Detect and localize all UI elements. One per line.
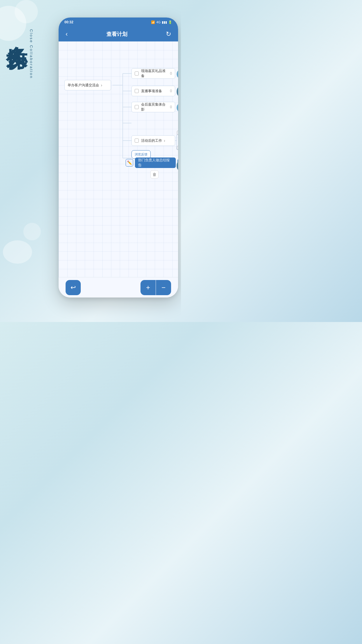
- remove-node-button[interactable]: −: [156, 280, 171, 295]
- task3-label: 会后嘉宾集体合影: [141, 102, 168, 112]
- task2-checkbox[interactable]: [135, 89, 139, 93]
- task2-count: 0: [168, 89, 172, 93]
- undo-button[interactable]: ↩: [66, 280, 81, 295]
- cycle2-check[interactable]: [177, 146, 178, 150]
- task5-actions: ✏️ 部门负责人做总结报告 +: [126, 158, 178, 168]
- edit-icon: ✏️: [127, 160, 132, 165]
- app-header: ‹ 查看计划 ↻: [59, 27, 178, 41]
- task3-checkbox[interactable]: [135, 105, 139, 109]
- trash-icon: 🗑: [152, 172, 157, 177]
- cycle1-check[interactable]: [177, 131, 178, 135]
- refresh-button[interactable]: ↻: [164, 29, 173, 39]
- wifi-icon: 📶: [151, 20, 155, 24]
- bottom-toolbar: ↩ + −: [59, 277, 178, 298]
- task5-edit-btn[interactable]: ✏️: [126, 159, 133, 167]
- chinese-title: 多人协作: [5, 29, 28, 34]
- parent-node-arrow: ›: [101, 83, 102, 88]
- task5-avatar: 成 成哥 状态：已生: [177, 159, 178, 172]
- task3-node[interactable]: 会后嘉宾集体合影 0: [131, 102, 175, 112]
- parent-node[interactable]: 举办客户沟通交流会 ›: [64, 80, 111, 90]
- task4-label: 活动后的工作: [141, 138, 162, 143]
- status-bar: 00:32 📶 4G ▮▮▮ 🔋: [59, 18, 178, 27]
- minus-icon: −: [161, 284, 166, 292]
- task4-checkbox[interactable]: [135, 139, 139, 143]
- task4-arrow: ›: [164, 138, 165, 143]
- left-panel: 多人协作 Close Collaboration: [5, 29, 28, 34]
- signal-bars: ▮▮▮: [162, 20, 167, 24]
- task2-avatar-img: 成: [177, 87, 178, 96]
- phone-frame: 00:32 📶 4G ▮▮▮ 🔋 ‹ 查看计划 ↻: [59, 18, 178, 298]
- task1-count: 0: [168, 71, 172, 76]
- task5-tooltip-text: 浏览反馈: [135, 153, 147, 156]
- task2-avatar: 成 成哥 状态：已生: [177, 85, 178, 98]
- task3-avatar: M Memony 状态：未生: [177, 101, 178, 114]
- task1-avatar: M Memony 状态：已生: [177, 68, 178, 81]
- add-node-button[interactable]: +: [140, 280, 156, 295]
- task3-count: 0: [168, 105, 172, 109]
- header-title: 查看计划: [106, 31, 127, 38]
- task5-node[interactable]: 部门负责人做总结报告: [135, 158, 176, 168]
- task5-label: 部门负责人做总结报告: [138, 158, 173, 168]
- battery-icon: 🔋: [168, 20, 172, 24]
- bg-decoration-3: [3, 240, 32, 264]
- phone-mockup: 00:32 📶 4G ▮▮▮ 🔋 ‹ 查看计划 ↻: [59, 18, 181, 303]
- toolbar-right: + −: [140, 280, 171, 295]
- task3-avatar-img: M: [177, 103, 178, 112]
- task2-node[interactable]: 直播事项准备 0: [131, 86, 175, 96]
- parent-node-label: 举办客户沟通交流会: [68, 83, 99, 88]
- task1-node[interactable]: 现场嘉宾礼品准备 0: [131, 68, 175, 79]
- task1-checkbox[interactable]: [135, 71, 139, 76]
- bg-decoration-4: [23, 223, 41, 240]
- plus-icon: +: [146, 284, 150, 292]
- undo-icon: ↩: [71, 284, 76, 291]
- english-subtitle: Close Collaboration: [29, 29, 34, 175]
- status-icons: 📶 4G ▮▮▮ 🔋: [151, 20, 172, 24]
- status-time: 00:32: [64, 20, 73, 24]
- task2-label: 直播事项准备: [141, 89, 162, 94]
- task5-delete-btn[interactable]: 🗑: [150, 170, 159, 178]
- task4-node[interactable]: 活动后的工作 ›: [131, 135, 175, 146]
- content-area: 举办客户沟通交流会 › 现场嘉宾礼品准备 0 M Memony 状态：已生: [59, 41, 178, 277]
- task1-avatar-img: M: [177, 69, 178, 79]
- signal-4g: 4G: [156, 20, 161, 24]
- mindmap-area: 举办客户沟通交流会 › 现场嘉宾礼品准备 0 M Memony 状态：已生: [61, 59, 178, 277]
- back-button[interactable]: ‹: [63, 29, 70, 39]
- task1-label: 现场嘉宾礼品准备: [141, 69, 168, 78]
- task5-avatar-img: 成: [177, 161, 178, 170]
- bg-decoration-2: [15, 0, 38, 23]
